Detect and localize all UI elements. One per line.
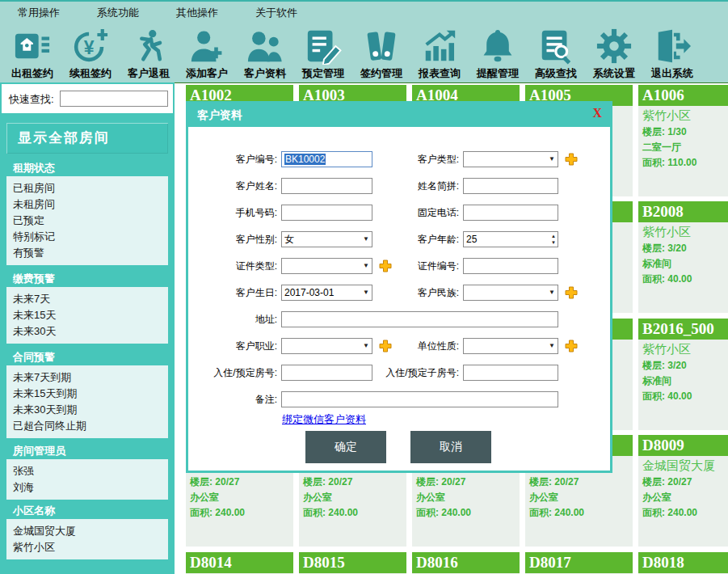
room-id: D8017 <box>525 552 633 573</box>
app-window: 常用操作 系统功能 其他操作 关于软件 出租签约 ¥ 续租签约 客户退租 添加客… <box>0 0 728 574</box>
occupation-label: 客户职业: <box>192 338 277 354</box>
report-query-icon <box>421 27 458 65</box>
type-line: 办公室 <box>416 490 516 505</box>
filter-expire-7-days[interactable]: 未来7天到期 <box>6 369 168 386</box>
room-card[interactable]: B2008 紫竹小区 楼层: 3/20 标准间 面积: 40.00 <box>638 201 728 313</box>
sidebar: 快速查找: 显示全部房间 租期状态 已租房间 未租房间 已预定 特别标记 有预警… <box>0 82 175 574</box>
room-card[interactable]: A1006 紫竹小区 楼层: 1/30 二室一厅 面积: 110.00 <box>638 85 728 196</box>
customer-type-select[interactable]: ▼ <box>463 151 558 167</box>
room-card[interactable]: D8009 金城国贸大厦 楼层: 20/27 办公室 面积: 240.00 <box>638 435 728 547</box>
floor-line: 楼层: 1/30 <box>642 125 728 140</box>
add-company-type-button[interactable] <box>565 340 578 352</box>
cancel-button[interactable]: 取消 <box>410 431 491 463</box>
remark-input[interactable] <box>281 391 558 407</box>
svg-text:¥: ¥ <box>84 37 95 58</box>
spinner-arrows-icon[interactable]: ▲▼ <box>551 233 556 246</box>
filter-next-7-days[interactable]: 未来7天 <box>6 291 168 307</box>
room-no-label: 入住/预定房号: <box>192 365 277 381</box>
add-ethnicity-button[interactable] <box>565 286 578 299</box>
filter-special-mark[interactable]: 特别标记 <box>6 229 168 245</box>
close-icon[interactable]: X <box>592 106 602 120</box>
toolbar-contract-management[interactable]: 签约管理 <box>352 23 410 82</box>
toolbar-renew-contract[interactable]: ¥ 续租签约 <box>61 23 120 82</box>
sub-room-no-input[interactable] <box>463 365 558 381</box>
area-line: 面积: 40.00 <box>642 389 728 404</box>
room-card[interactable]: D8015 <box>299 552 406 574</box>
remark-label: 备注: <box>192 391 277 407</box>
type-line: 办公室 <box>529 490 629 505</box>
filter-next-15-days[interactable]: 未来15天 <box>6 307 168 323</box>
filter-vacant-rooms[interactable]: 未租房间 <box>6 196 168 213</box>
toolbar-report-query[interactable]: 报表查询 <box>410 23 469 82</box>
toolbar-rent-contract[interactable]: 出租签约 <box>3 23 61 82</box>
filter-reserved[interactable]: 已预定 <box>6 213 168 229</box>
birthday-value: 2017-03-01 <box>284 287 334 298</box>
filter-expire-30-days[interactable]: 未来30天到期 <box>6 402 168 418</box>
menu-about[interactable]: 关于软件 <box>255 6 297 20</box>
floor-line: 楼层: 3/20 <box>642 358 728 374</box>
customer-type-label: 客户类型: <box>366 151 459 167</box>
quick-find-input[interactable] <box>60 91 168 107</box>
menu-other-ops[interactable]: 其他操作 <box>176 6 218 20</box>
toolbar-exit-system[interactable]: 退出系统 <box>643 23 701 82</box>
address-input[interactable] <box>281 311 558 327</box>
pinyin-input[interactable] <box>463 178 558 194</box>
toolbar-advanced-search[interactable]: 高级查找 <box>527 23 585 82</box>
toolbar-system-settings[interactable]: 系统设置 <box>585 23 643 82</box>
room-card[interactable]: D8014 <box>186 552 293 574</box>
room-card[interactable]: D8016 <box>412 552 520 574</box>
room-id: B2008 <box>638 201 728 222</box>
room-no-input[interactable] <box>281 365 372 381</box>
toolbar: 出租签约 ¥ 续租签约 客户退租 添加客户 客户资料 预定管理 签约管理 报表查 <box>3 23 726 82</box>
toolbar-booking-management[interactable]: 预定管理 <box>294 23 352 82</box>
room-card[interactable]: D8018 <box>638 552 728 574</box>
gender-select[interactable]: 女▼ <box>281 231 372 247</box>
toolbar-add-customer[interactable]: 添加客户 <box>178 23 236 82</box>
bind-wechat-link[interactable]: 绑定微信客户资料 <box>282 412 366 427</box>
booking-management-icon <box>305 27 342 65</box>
floor-line: 楼层: 20/27 <box>642 475 728 490</box>
filter-has-warning[interactable]: 有预警 <box>6 245 168 261</box>
birthday-picker[interactable]: 2017-03-01▼ <box>281 285 372 301</box>
add-customer-type-button[interactable] <box>565 153 578 166</box>
estate-name: 紫竹小区 <box>642 223 728 241</box>
age-stepper[interactable]: 25▲▼ <box>463 231 558 247</box>
customer-no-input[interactable]: BK10002 <box>281 151 372 167</box>
toolbar-customer-info[interactable]: 客户资料 <box>236 23 294 82</box>
filter-rented-rooms[interactable]: 已租房间 <box>6 180 168 196</box>
toolbar-label: 出租签约 <box>11 66 53 81</box>
filter-expired[interactable]: 已超合同终止期 <box>6 418 168 434</box>
filter-next-30-days[interactable]: 未来30天 <box>6 323 168 340</box>
toolbar-customer-checkout[interactable]: 客户退租 <box>120 23 178 82</box>
telephone-input[interactable] <box>463 205 558 221</box>
id-no-label: 证件编号: <box>366 258 459 274</box>
room-card[interactable]: B2016_500 紫竹小区 楼层: 3/20 标准间 面积: 40.00 <box>638 319 728 430</box>
id-no-input[interactable] <box>463 258 558 274</box>
section-room-managers: 房间管理员 张强 刘海 <box>6 443 168 500</box>
rent-contract-icon <box>14 27 51 65</box>
room-card[interactable]: D8017 <box>525 552 633 574</box>
name-input[interactable] <box>281 178 372 194</box>
show-all-rooms-button[interactable]: 显示全部房间 <box>6 123 168 154</box>
floor-line: 楼层: 20/27 <box>529 475 629 490</box>
filter-estate[interactable]: 紫竹小区 <box>6 539 168 555</box>
mobile-input[interactable] <box>281 205 372 221</box>
id-type-select[interactable]: ▼ <box>281 258 372 274</box>
filter-manager[interactable]: 张强 <box>6 463 168 479</box>
ok-button[interactable]: 确定 <box>305 431 386 463</box>
company-type-select[interactable]: ▼ <box>463 338 558 354</box>
room-id: D8015 <box>299 552 406 573</box>
area-line: 面积: 240.00 <box>416 505 516 521</box>
occupation-select[interactable]: ▼ <box>281 338 372 354</box>
area-line: 面积: 110.00 <box>642 155 728 171</box>
filter-manager[interactable]: 刘海 <box>6 479 168 496</box>
filter-expire-15-days[interactable]: 未来15天到期 <box>6 386 168 402</box>
ethnicity-select[interactable]: ▼ <box>463 285 558 301</box>
filter-estate[interactable]: 金城国贸大厦 <box>6 523 168 539</box>
toolbar-reminder-management[interactable]: 提醒管理 <box>469 23 527 82</box>
section-payment-warning: 缴费预警 未来7天 未来15天 未来30天 <box>6 271 168 344</box>
room-id: D8018 <box>638 552 728 573</box>
type-line: 标准间 <box>642 374 728 389</box>
menu-common-ops[interactable]: 常用操作 <box>18 6 60 20</box>
menu-system-functions[interactable]: 系统功能 <box>97 6 139 20</box>
